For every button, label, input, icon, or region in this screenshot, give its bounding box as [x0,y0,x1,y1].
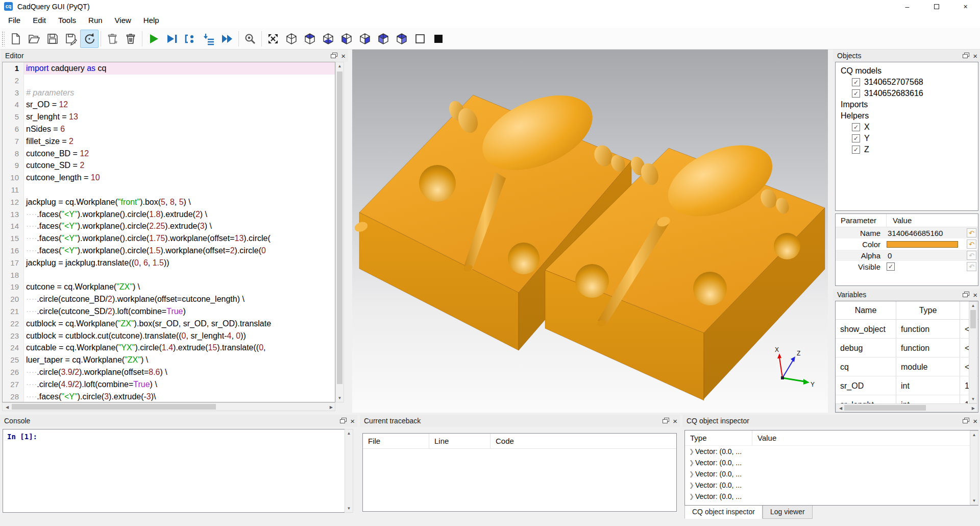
scroll-left-icon[interactable]: ◀ [838,406,843,411]
variable-row[interactable]: debugfunction<f [836,339,978,357]
close-panel-icon[interactable]: × [341,52,346,60]
scroll-right-icon[interactable]: ▶ [328,405,333,410]
tree-item[interactable]: ✓3140652707568 [836,77,978,88]
parameter-row[interactable]: Name3140646685160↶ [836,227,978,238]
undo-icon[interactable]: ↶ [967,240,976,249]
scroll-right-icon[interactable]: ▶ [970,406,975,411]
expand-chevron-icon[interactable]: ❯ [688,459,695,466]
inspect-button[interactable] [241,30,259,48]
inspector-row[interactable]: ❯Vector: (0.0, ... [685,446,978,457]
menu-file[interactable]: File [2,13,27,28]
top-view-button[interactable] [301,30,319,48]
tree-item[interactable]: ✓Y [836,133,978,144]
variable-row[interactable]: sr_ODint12 [836,376,978,395]
autoreload-toggle[interactable] [80,30,99,48]
scroll-up-icon[interactable]: ▲ [336,64,344,68]
tree-item[interactable]: ✓3140652683616 [836,88,978,99]
color-swatch[interactable] [887,241,958,248]
continue-button[interactable] [218,30,236,48]
float-panel-icon[interactable] [663,418,669,424]
close-panel-icon[interactable]: × [973,52,977,60]
scroll-left-icon[interactable]: ◀ [5,405,10,410]
delete-button[interactable] [121,30,140,48]
float-panel-icon[interactable] [963,292,969,298]
expand-chevron-icon[interactable]: ❯ [688,493,695,500]
step-button[interactable] [181,30,200,48]
inspector-row[interactable]: ❯Vector: (0.0, ... [685,468,978,480]
code-editor[interactable]: 1import cadquery as cq23# parameters4sr_… [2,62,335,402]
checkbox[interactable]: ✓ [852,146,860,154]
close-button[interactable]: × [951,0,980,13]
tab-cq-object-inspector[interactable]: CQ object inspector [684,506,763,519]
tree-item[interactable]: ✓X [836,122,978,133]
expand-chevron-icon[interactable]: ❯ [688,470,695,477]
scroll-down-icon[interactable]: ▼ [970,498,978,503]
front-view-button[interactable] [337,30,356,48]
visible-checkbox[interactable]: ✓ [887,262,895,271]
expand-chevron-icon[interactable]: ❯ [688,448,695,455]
new-file-button[interactable] [7,30,25,48]
float-panel-icon[interactable] [963,53,969,59]
close-panel-icon[interactable]: × [350,417,355,425]
toolbar-grip[interactable] [2,31,5,46]
scroll-up-icon[interactable]: ▲ [969,303,977,308]
close-panel-icon[interactable]: × [973,417,977,425]
scroll-up-icon[interactable]: ▲ [970,433,978,437]
checkbox[interactable]: ✓ [852,89,860,98]
menu-view[interactable]: View [109,13,137,28]
render-button[interactable] [144,30,163,48]
back-view-button[interactable] [356,30,374,48]
checkbox[interactable]: ✓ [852,123,860,131]
debug-button[interactable] [163,30,181,48]
undo-icon[interactable]: ↶ [967,228,976,237]
minimize-button[interactable]: – [893,0,922,13]
wireframe-button[interactable] [411,30,429,48]
step-into-button[interactable] [200,30,218,48]
float-panel-icon[interactable] [963,418,969,424]
expand-chevron-icon[interactable]: ❯ [688,482,695,489]
undo-icon[interactable]: ↶ [967,262,976,271]
parameter-row[interactable]: Color↶ [836,238,978,250]
float-panel-icon[interactable] [340,418,347,424]
tree-item[interactable]: ✓Z [836,144,978,155]
checkbox[interactable]: ✓ [852,78,860,86]
menu-help[interactable]: Help [137,13,165,28]
editor-vscrollbar[interactable]: ▲ ▼ [335,62,344,402]
editor-hscrollbar[interactable]: ◀ ▶ [2,402,335,411]
menu-tools[interactable]: Tools [52,13,82,28]
inspector-row[interactable]: ❯Vector: (0.0, ... [685,457,978,468]
tree-item[interactable]: Helpers [836,110,978,122]
save-as-button[interactable] [62,30,80,48]
close-panel-icon[interactable]: × [673,417,677,425]
delete-temp-button[interactable] [103,30,121,48]
inspector-vscrollbar[interactable]: ▲ ▼ [970,431,978,505]
scroll-down-icon[interactable]: ▼ [345,506,353,511]
parameter-row[interactable]: Alpha0↶ [836,250,978,261]
inspector-row[interactable]: ❯Vector: (0.0, ... [685,480,978,491]
scroll-down-icon[interactable]: ▼ [969,397,977,401]
save-button[interactable] [43,30,62,48]
console-area[interactable]: In [1]: [3,429,353,513]
float-panel-icon[interactable] [331,53,337,59]
tree-item[interactable]: CQ models [836,65,978,77]
menu-edit[interactable]: Edit [27,13,52,28]
undo-icon[interactable]: ↶ [967,251,976,260]
console-vscrollbar[interactable]: ▲ ▼ [345,429,353,513]
right-view-button[interactable] [393,30,411,48]
shaded-button[interactable] [429,30,448,48]
variable-row[interactable]: cqmodule<m [836,357,978,376]
bottom-view-button[interactable] [319,30,337,48]
inspector-row[interactable]: ❯Vector: (0.0, ... [685,491,978,502]
parameter-row[interactable]: Visible✓↶ [836,261,978,272]
fit-view-button[interactable] [264,30,282,48]
tree-item[interactable]: Imports [836,99,978,110]
scroll-up-icon[interactable]: ▲ [345,431,353,436]
variables-vscrollbar[interactable]: ▲ ▼ [969,301,977,403]
maximize-button[interactable] [922,0,951,13]
iso-view-button[interactable] [282,30,301,48]
scroll-down-icon[interactable]: ▼ [336,396,344,400]
3d-viewport[interactable]: X Z Y [352,50,828,413]
checkbox[interactable]: ✓ [852,134,860,142]
tab-log-viewer[interactable]: Log viewer [763,506,813,519]
open-file-button[interactable] [25,30,43,48]
